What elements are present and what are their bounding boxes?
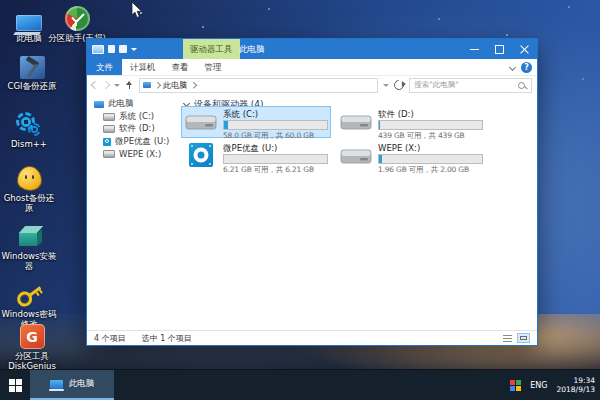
search-icon <box>518 82 525 89</box>
help-icon[interactable]: ? <box>521 62 532 73</box>
desktop-icon-cgi-backup[interactable]: CGI备份还原 <box>0 52 64 92</box>
nav-item-this-pc[interactable]: 此电脑 <box>87 98 176 111</box>
gears-icon <box>15 111 43 137</box>
hdd-icon <box>103 113 115 121</box>
desktop-icon-label: Windows安装器 <box>0 252 58 271</box>
computer-icon <box>92 45 104 54</box>
system-tray: ENG 19:34 2018/9/13 <box>510 370 595 400</box>
hdd-icon <box>339 108 373 134</box>
window-title: 此电脑 <box>239 39 265 59</box>
computer-icon <box>50 380 63 389</box>
selected-count: 选中 1 个项目 <box>142 333 192 344</box>
ribbon-tab-bar: 文件 计算机 查看 管理 ? <box>87 59 537 76</box>
pe-usb-icon <box>189 143 213 167</box>
nav-item-drive-c[interactable]: 系统 (C:) <box>87 111 176 124</box>
language-indicator[interactable]: ENG <box>530 381 547 390</box>
taskbar-button-this-pc[interactable]: 此电脑 <box>30 370 114 400</box>
navigation-pane: 此电脑 系统 (C:) 软件 (D:) 微PE优盘 (U:) WEPE (X:) <box>87 93 176 331</box>
computer-icon <box>94 101 104 108</box>
nav-item-label: 此电脑 <box>108 98 134 110</box>
partition-assistant-icon <box>65 6 90 31</box>
items-count: 4 个项目 <box>94 333 126 344</box>
computer-icon <box>143 82 151 88</box>
capacity-bar <box>378 154 483 164</box>
desktop-icon-label: CGI备份还原 <box>7 82 56 92</box>
qat-button-icon[interactable] <box>108 45 115 53</box>
desktop-icon-label: 此电脑 <box>16 34 42 44</box>
nav-item-label: 软件 (D:) <box>119 123 155 135</box>
nav-item-drive-u[interactable]: 微PE优盘 (U:) <box>87 136 176 149</box>
capacity-bar <box>223 120 328 130</box>
up-icon[interactable] <box>125 81 134 90</box>
ghost-icon <box>17 166 42 191</box>
hdd-icon <box>103 150 115 158</box>
status-bar: 4 个项目 选中 1 个项目 <box>87 330 537 345</box>
key-icon <box>14 281 45 309</box>
drive-tile-c[interactable]: 系统 (C:) 58.0 GB 可用，共 60.0 GB <box>181 106 331 138</box>
contextual-tab-drive-tools[interactable]: 驱动器工具 <box>183 39 240 59</box>
computer-icon <box>16 15 42 31</box>
tab-computer[interactable]: 计算机 <box>122 59 164 75</box>
nav-item-label: 系统 (C:) <box>119 111 154 123</box>
ribbon-expand-icon[interactable] <box>509 63 516 70</box>
desktop-icon-dism[interactable]: Dism++ <box>0 110 58 150</box>
desktop-icon-label: Dism++ <box>11 140 47 150</box>
drive-name: 软件 (D:) <box>378 109 483 119</box>
drive-tile-u[interactable]: 微PE优盘 (U:) 6.21 GB 可用，共 6.21 GB <box>181 140 331 172</box>
hdd-icon <box>339 142 373 168</box>
search-input[interactable]: 搜索"此电脑" <box>409 78 532 93</box>
diskgenius-icon: G <box>20 324 45 349</box>
desktop-icon-ghost-backup[interactable]: Ghost备份还原 <box>0 164 58 213</box>
nav-item-drive-d[interactable]: 软件 (D:) <box>87 123 176 136</box>
breadcrumb[interactable]: 此电脑 <box>163 80 187 91</box>
chevron-down-icon[interactable] <box>131 48 137 51</box>
date: 2018/9/13 <box>557 385 595 394</box>
forward-icon[interactable] <box>102 81 110 89</box>
install-box-icon <box>16 224 43 249</box>
drive-free-space: 6.21 GB 可用，共 6.21 GB <box>223 165 328 175</box>
details-view-icon[interactable] <box>501 333 514 343</box>
hdd-icon <box>103 125 115 133</box>
drive-name: WEPE (X:) <box>378 143 483 153</box>
drive-tile-x[interactable]: WEPE (X:) 1.96 GB 可用，共 2.00 GB <box>336 140 486 172</box>
drive-name: 微PE优盘 (U:) <box>223 143 328 153</box>
desktop-icon-label: Ghost备份还原 <box>0 194 58 213</box>
large-icons-view-icon[interactable] <box>517 333 530 343</box>
back-icon[interactable] <box>91 81 99 89</box>
nav-item-drive-x[interactable]: WEPE (X:) <box>87 148 176 161</box>
windows-logo-icon <box>9 379 22 392</box>
refresh-icon[interactable] <box>392 78 406 92</box>
qat-button-icon[interactable] <box>119 45 127 53</box>
file-list-area: 设备和驱动器 (4) 系统 (C:) 58.0 GB 可用，共 60.0 GB … <box>176 93 537 331</box>
nav-item-label: 微PE优盘 (U:) <box>115 136 169 148</box>
nav-item-label: WEPE (X:) <box>119 149 161 159</box>
tab-manage[interactable]: 管理 <box>197 59 230 75</box>
hdd-icon <box>184 108 218 134</box>
quick-access-toolbar[interactable] <box>92 39 137 59</box>
breadcrumb-separator-icon <box>190 82 196 88</box>
close-button[interactable] <box>512 39 537 59</box>
tab-view[interactable]: 查看 <box>164 59 197 75</box>
title-bar[interactable]: 驱动器工具 此电脑 <box>87 39 537 59</box>
clock[interactable]: 19:34 2018/9/13 <box>557 376 595 394</box>
window-controls <box>462 39 537 59</box>
taskbar-button-label: 此电脑 <box>69 378 95 390</box>
history-dropdown-icon[interactable] <box>114 84 120 87</box>
address-box[interactable]: 此电脑 <box>139 78 379 93</box>
explorer-window: 驱动器工具 此电脑 文件 计算机 查看 管理 ? 此电脑 搜索"此电 <box>86 38 538 346</box>
breadcrumb-separator-icon <box>154 82 160 88</box>
pe-usb-icon <box>103 138 111 146</box>
drive-tile-d[interactable]: 软件 (D:) 439 GB 可用，共 439 GB <box>336 106 486 138</box>
maximize-button[interactable] <box>487 39 512 59</box>
minimize-button[interactable] <box>462 39 487 59</box>
capacity-bar <box>378 120 483 130</box>
desktop-icon-diskgenius[interactable]: G 分区工具 DiskGenius <box>0 322 64 371</box>
tab-file[interactable]: 文件 <box>87 59 122 75</box>
ime-color-icon[interactable] <box>510 380 521 391</box>
drive-free-space: 1.96 GB 可用，共 2.00 GB <box>378 165 483 175</box>
capacity-bar <box>223 154 328 164</box>
address-dropdown-icon[interactable] <box>383 84 389 87</box>
start-button[interactable] <box>0 370 30 400</box>
desktop-icon-windows-installer[interactable]: Windows安装器 <box>0 222 58 271</box>
search-placeholder: 搜索"此电脑" <box>414 80 458 90</box>
